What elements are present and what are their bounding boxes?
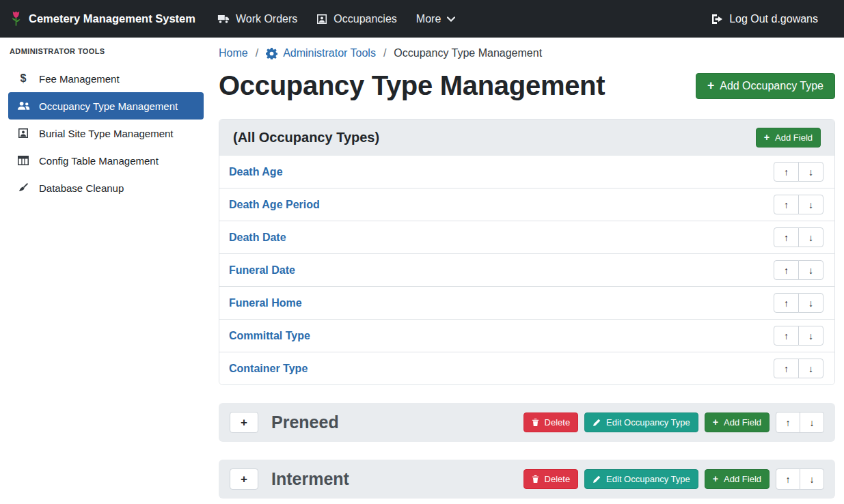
- breadcrumb-admin-tools-label: Administrator Tools: [283, 47, 376, 59]
- occupancies-icon: [316, 14, 327, 25]
- all-occupancy-types-header: (All Occupancy Types) + Add Field: [219, 120, 834, 156]
- move-down-button[interactable]: ↓: [800, 412, 824, 433]
- field-link[interactable]: Death Age Period: [229, 199, 320, 211]
- dollar-icon: $: [16, 72, 30, 85]
- move-up-button[interactable]: ↑: [774, 359, 799, 378]
- sidebar-item-fee-management[interactable]: $ Fee Management: [8, 65, 204, 92]
- field-link[interactable]: Funeral Home: [229, 297, 302, 309]
- trash-icon: [532, 418, 539, 427]
- delete-occupancy-type-button[interactable]: Delete: [523, 469, 579, 489]
- field-row: Funeral Home ↑ ↓: [219, 286, 834, 319]
- nav-work-orders[interactable]: Work Orders: [208, 8, 307, 31]
- move-up-button[interactable]: ↑: [774, 162, 799, 182]
- nav-more-label: More: [416, 13, 441, 25]
- logout-button[interactable]: Log Out d.gowans: [701, 8, 828, 31]
- field-link[interactable]: Funeral Date: [229, 264, 295, 277]
- reorder-group: ↑ ↓: [774, 293, 823, 313]
- plus-icon: +: [764, 132, 770, 142]
- plus-icon: +: [713, 417, 718, 427]
- move-down-button[interactable]: ↓: [798, 227, 823, 247]
- delete-label: Delete: [545, 474, 571, 484]
- move-down-button[interactable]: ↓: [798, 162, 823, 182]
- section-title: Preneed: [271, 412, 339, 432]
- move-down-button[interactable]: ↓: [798, 293, 823, 313]
- reorder-group: ↑ ↓: [774, 227, 823, 247]
- move-up-button[interactable]: ↑: [776, 412, 800, 433]
- move-up-button[interactable]: ↑: [774, 260, 799, 280]
- field-link[interactable]: Committal Type: [229, 330, 310, 342]
- app-title: Cemetery Management System: [29, 12, 195, 25]
- move-up-button[interactable]: ↑: [774, 293, 799, 313]
- work-orders-icon: [217, 14, 230, 24]
- sidebar-item-label: Occupancy Type Management: [39, 100, 178, 112]
- sidebar-item-label: Fee Management: [39, 73, 120, 85]
- field-row: Container Type ↑ ↓: [219, 352, 834, 384]
- chevron-down-icon: [447, 16, 455, 22]
- expand-section-button[interactable]: +: [230, 468, 258, 490]
- add-field-button[interactable]: + Add Field: [756, 128, 821, 148]
- move-up-button[interactable]: ↑: [774, 326, 799, 346]
- move-up-button[interactable]: ↑: [774, 227, 799, 247]
- field-link[interactable]: Container Type: [229, 363, 308, 375]
- add-field-label: Add Field: [775, 132, 813, 143]
- move-up-button[interactable]: ↑: [776, 468, 800, 490]
- edit-label: Edit Occupancy Type: [606, 474, 690, 484]
- reorder-group: ↑ ↓: [774, 260, 823, 280]
- add-field-label: Add Field: [724, 474, 761, 484]
- field-row: Funeral Date ↑ ↓: [219, 253, 834, 286]
- delete-occupancy-type-button[interactable]: Delete: [523, 412, 579, 432]
- logout-label: Log Out d.gowans: [729, 13, 818, 25]
- field-row: Death Age Period ↑ ↓: [219, 188, 834, 221]
- broom-icon: [16, 182, 30, 193]
- breadcrumb: Home / Administrator Tools / Occupancy T…: [219, 47, 835, 59]
- expand-section-button[interactable]: +: [230, 412, 258, 433]
- breadcrumb-separator: /: [383, 47, 386, 59]
- sidebar-item-occupancy-type-management[interactable]: Occupancy Type Management: [8, 92, 204, 120]
- edit-occupancy-type-button[interactable]: Edit Occupancy Type: [584, 412, 698, 432]
- move-down-button[interactable]: ↓: [800, 468, 824, 490]
- breadcrumb-separator: /: [256, 47, 258, 59]
- field-link[interactable]: Death Age: [229, 166, 283, 178]
- section-actions: Delete Edit Occupancy Type + Add Field ↑: [523, 412, 824, 433]
- table-icon: [16, 156, 30, 165]
- move-down-button[interactable]: ↓: [798, 326, 823, 346]
- field-row: Death Date ↑ ↓: [219, 221, 834, 253]
- plus-icon: +: [713, 474, 718, 484]
- move-up-button[interactable]: ↑: [774, 195, 799, 214]
- move-down-button[interactable]: ↓: [798, 260, 823, 280]
- delete-label: Delete: [545, 417, 571, 428]
- section-title: Interment: [271, 469, 349, 489]
- all-occupancy-types-title: (All Occupancy Types): [233, 130, 379, 145]
- tulip-logo-icon: [10, 10, 23, 27]
- edit-label: Edit Occupancy Type: [606, 417, 690, 428]
- add-occupancy-type-button[interactable]: + Add Occupancy Type: [696, 73, 835, 99]
- reorder-group: ↑ ↓: [776, 468, 824, 490]
- nav-more[interactable]: More: [407, 8, 465, 31]
- reorder-group: ↑ ↓: [776, 412, 824, 433]
- field-link[interactable]: Death Date: [229, 232, 286, 244]
- move-down-button[interactable]: ↓: [798, 195, 823, 214]
- plus-icon: +: [707, 80, 714, 92]
- nav-occupancies[interactable]: Occupancies: [307, 8, 407, 31]
- sidebar-item-config-table-management[interactable]: Config Table Management: [8, 147, 204, 174]
- users-icon: [16, 101, 30, 111]
- logout-icon: [711, 14, 723, 25]
- page-title: Occupancy Type Management: [219, 70, 605, 101]
- field-row: Committal Type ↑ ↓: [219, 319, 834, 352]
- nav-work-orders-label: Work Orders: [236, 13, 297, 25]
- move-down-button[interactable]: ↓: [798, 359, 823, 378]
- add-field-button[interactable]: + Add Field: [705, 469, 770, 489]
- sidebar-item-label: Config Table Management: [39, 155, 159, 167]
- breadcrumb-home-link[interactable]: Home: [219, 47, 248, 59]
- gear-icon: [266, 48, 277, 59]
- nav-occupancies-label: Occupancies: [333, 13, 397, 25]
- app-brand: Cemetery Management System: [10, 10, 195, 27]
- add-field-button[interactable]: + Add Field: [705, 412, 770, 432]
- add-field-label: Add Field: [724, 417, 761, 428]
- admin-tools-sidebar: Administrator Tools $ Fee Management Occ…: [0, 38, 212, 504]
- reorder-group: ↑ ↓: [774, 359, 823, 378]
- sidebar-item-database-cleanup[interactable]: Database Cleanup: [8, 174, 204, 201]
- breadcrumb-admin-tools-link[interactable]: Administrator Tools: [266, 47, 376, 59]
- sidebar-item-burial-site-type-management[interactable]: Burial Site Type Management: [8, 120, 204, 147]
- edit-occupancy-type-button[interactable]: Edit Occupancy Type: [584, 469, 698, 489]
